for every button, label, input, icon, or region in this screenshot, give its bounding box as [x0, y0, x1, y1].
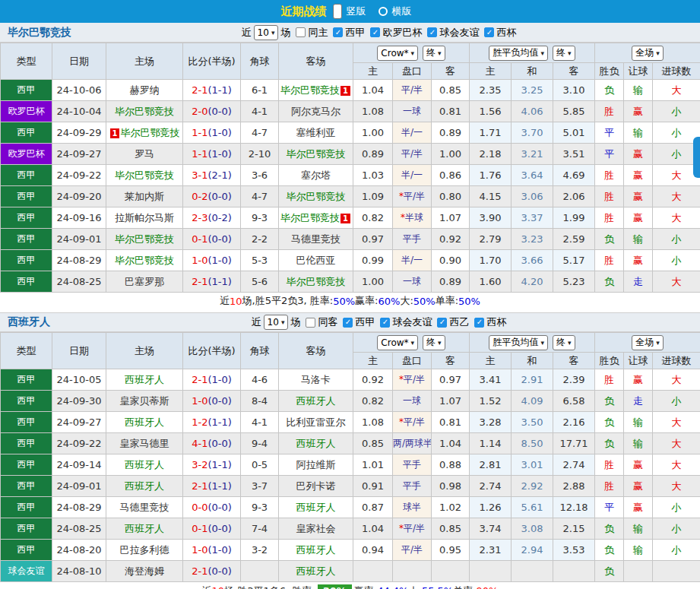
chevron-down-icon: ▾	[656, 339, 660, 347]
sections-container: 毕尔巴鄂竞技近10▾场同主✓西甲✓欧罗巴杯✓球会友谊✓西杯类型日期主场比分(半场…	[0, 23, 700, 589]
chevron-down-icon: ▾	[568, 49, 572, 57]
league-type-cell: 西甲	[1, 540, 52, 561]
team-name-text: 毕尔巴鄂竞技	[115, 169, 174, 181]
vertical-radio[interactable]	[333, 4, 342, 19]
table-row: 西甲24-09-01毕尔巴鄂竞技0-1(0-0)2-2马德里竞技0.97平手0.…	[1, 229, 700, 250]
horizontal-radio[interactable]	[379, 7, 388, 16]
home-team-cell: 毕尔巴鄂竞技	[106, 229, 183, 250]
match-count-select[interactable]: 10▾	[254, 25, 279, 40]
odds-company-select[interactable]: Crow*▾	[377, 46, 418, 61]
odds-time-select[interactable]: 终▾	[423, 46, 445, 61]
avg-draw-cell: 3.37	[512, 207, 553, 229]
odds-time-select[interactable]: 终▾	[423, 335, 445, 350]
league-checkbox[interactable]: ✓	[370, 27, 380, 37]
table-row: 西甲24-09-30皇家贝蒂斯1-0(0-0)8-4西班牙人0.82一球1.07…	[1, 391, 700, 412]
home-team-cell: 赫罗纳	[106, 80, 183, 101]
match-count-select[interactable]: 10▾	[264, 315, 289, 330]
handicap-text: 一球	[403, 106, 421, 116]
result-cell: 平	[595, 497, 624, 518]
handicap-cell: 平手	[393, 476, 432, 497]
same-venue-checkbox[interactable]	[306, 318, 315, 328]
goals-result-cell: 大	[653, 454, 700, 476]
result-cell: 平	[595, 122, 624, 144]
summary-part: 10	[212, 585, 225, 589]
corner-cell	[241, 561, 279, 582]
away-team-cell: 毕尔巴鄂竞技1	[279, 207, 353, 229]
score-cell: 2-1(1-1)	[183, 476, 241, 497]
games-label: 场	[280, 26, 290, 40]
league-checkbox[interactable]: ✓	[343, 318, 353, 328]
handicap-cell: 平/半	[393, 80, 432, 101]
summary-part: 50%	[458, 296, 480, 307]
avg-time-select[interactable]: 终▾	[553, 335, 575, 350]
red-card-badge: 1	[340, 214, 350, 223]
league-checkbox[interactable]: ✓	[474, 318, 484, 328]
team-name-text: 阿拉维斯	[296, 459, 336, 470]
table-row: 西甲24-10-05西班牙人2-1(1-0)4-6马洛卡0.92*平/半0.97…	[1, 369, 700, 391]
scroll-handle[interactable]	[693, 137, 700, 178]
odds-away-cell: 0.92	[432, 229, 470, 250]
team-name-text: 毕尔巴鄂竞技	[115, 106, 174, 117]
odds-home-cell: 1.00	[353, 271, 393, 293]
avg-home-cell: 1.14	[470, 433, 512, 454]
goals-result-cell	[653, 561, 700, 582]
avg-home-cell: 2.79	[470, 229, 512, 250]
same-venue-checkbox[interactable]	[296, 27, 306, 37]
fulltime-score: 3-1	[192, 169, 207, 181]
odds-away-cell: 0.88	[432, 454, 470, 476]
team-name-text: 西班牙人	[125, 523, 164, 534]
avg-draw-cell: 3.25	[512, 80, 553, 101]
fulltime-score: 0-2	[192, 191, 207, 202]
league-checkbox[interactable]: ✓	[437, 318, 447, 328]
league-checkbox[interactable]: ✓	[484, 27, 494, 37]
avg-draw-cell: 3.23	[512, 229, 553, 250]
handicap-cell: 一球	[393, 271, 432, 293]
goals-result-cell: 小	[653, 497, 700, 518]
odds-company-select[interactable]: Crow*▾	[377, 335, 418, 350]
home-team-cell: 毕尔巴鄂竞技	[106, 165, 183, 186]
handicap-cell	[393, 561, 432, 582]
scope-select[interactable]: 全场▾	[632, 335, 664, 350]
avg-type-select[interactable]: 胜平负均值▾	[489, 46, 548, 61]
scope-select[interactable]: 全场▾	[632, 46, 664, 61]
league-checkbox[interactable]: ✓	[427, 27, 437, 37]
result-cell: 负	[595, 229, 624, 250]
avg-draw-cell: 8.50	[512, 433, 553, 454]
rang-result-cell: 赢	[624, 186, 653, 207]
date-cell: 24-10-06	[52, 80, 106, 101]
avg-home-cell: 3.74	[470, 518, 512, 540]
score-cell: 0-0(0-0)	[183, 497, 241, 518]
handicap-text: 半/一	[401, 127, 423, 138]
home-team-cell: 西班牙人	[106, 412, 183, 433]
result-cell: 负	[595, 433, 624, 454]
score-cell: 3-2(1-1)	[183, 454, 241, 476]
odds-away-cell: 0.98	[432, 476, 470, 497]
odds-home-cell: 1.04	[353, 80, 393, 101]
goals-result-cell: 大	[653, 412, 700, 433]
home-team-cell: 罗马	[106, 144, 183, 165]
team-name-text: 巴列卡诺	[296, 480, 336, 492]
summary-part: 单率:	[453, 584, 476, 589]
goals-result-cell: 大	[653, 369, 700, 391]
league-type-cell: 西甲	[1, 229, 52, 250]
avg-draw-cell: 3.50	[512, 412, 553, 433]
odds-controls: Crow*▾终▾	[353, 333, 470, 353]
goals-result-cell: 小	[653, 229, 700, 250]
avg-draw-cell: 3.70	[512, 122, 553, 144]
home-team-cell: 莱加内斯	[106, 186, 183, 207]
avg-time-select[interactable]: 终▾	[553, 46, 575, 61]
home-team-cell: 西班牙人	[106, 476, 183, 497]
chevron-down-icon: ▾	[281, 318, 285, 326]
home-team-cell: 巴塞罗那	[106, 271, 183, 293]
header-controls-row: 类型日期主场比分(半场)角球客场Crow*▾终▾胜平负均值▾终▾全场▾	[1, 43, 700, 63]
rang-result-cell: 赢	[624, 144, 653, 165]
select-value: Crow*	[381, 48, 408, 59]
avg-type-select[interactable]: 胜平负均值▾	[489, 335, 548, 350]
league-checkbox[interactable]: ✓	[333, 27, 343, 37]
away-team-cell: 毕尔巴鄂竞技	[279, 186, 353, 207]
select-value: 10	[258, 27, 269, 38]
fulltime-score: 1-1	[192, 127, 207, 138]
avg-away-cell: 6.58	[553, 391, 595, 412]
odds-away-cell: 1.00	[432, 144, 470, 165]
league-checkbox[interactable]: ✓	[380, 318, 390, 328]
